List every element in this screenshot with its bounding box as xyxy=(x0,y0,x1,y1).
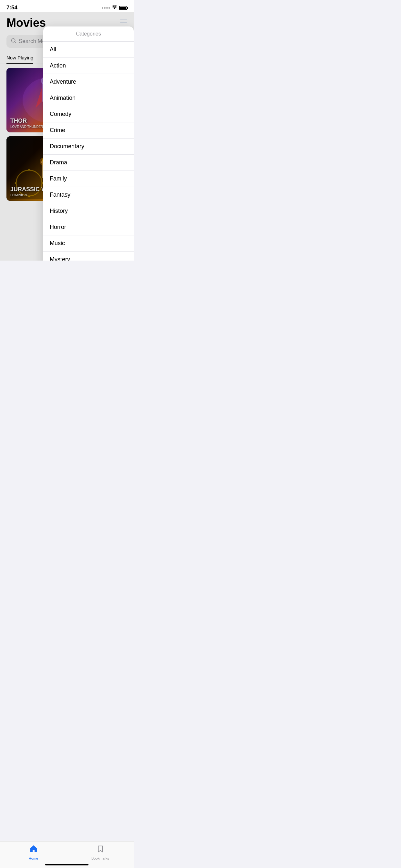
battery-icon xyxy=(119,6,127,10)
dropdown-overlay[interactable]: Categories All Action Adventure Animatio… xyxy=(0,12,134,260)
category-horror[interactable]: Horror xyxy=(43,219,134,236)
wifi-icon xyxy=(112,5,117,10)
category-comedy[interactable]: Comedy xyxy=(43,106,134,122)
category-adventure[interactable]: Adventure xyxy=(43,74,134,90)
categories-dropdown: Categories All Action Adventure Animatio… xyxy=(43,27,134,260)
app-container: Movies Search Movie... Now Playing xyxy=(0,12,134,260)
category-animation[interactable]: Animation xyxy=(43,90,134,106)
category-all[interactable]: All xyxy=(43,42,134,58)
category-drama[interactable]: Drama xyxy=(43,155,134,171)
category-mystery[interactable]: Mystery xyxy=(43,252,134,260)
dropdown-header: Categories xyxy=(43,27,134,42)
status-time: 7:54 xyxy=(6,4,18,11)
category-music[interactable]: Music xyxy=(43,236,134,252)
category-fantasy[interactable]: Fantasy xyxy=(43,187,134,203)
category-documentary[interactable]: Documentary xyxy=(43,138,134,155)
category-crime[interactable]: Crime xyxy=(43,122,134,138)
category-action[interactable]: Action xyxy=(43,58,134,74)
status-bar: 7:54 xyxy=(0,0,134,12)
signal-icon xyxy=(102,7,110,9)
status-icons xyxy=(102,5,127,10)
category-history[interactable]: History xyxy=(43,203,134,219)
category-family[interactable]: Family xyxy=(43,171,134,187)
